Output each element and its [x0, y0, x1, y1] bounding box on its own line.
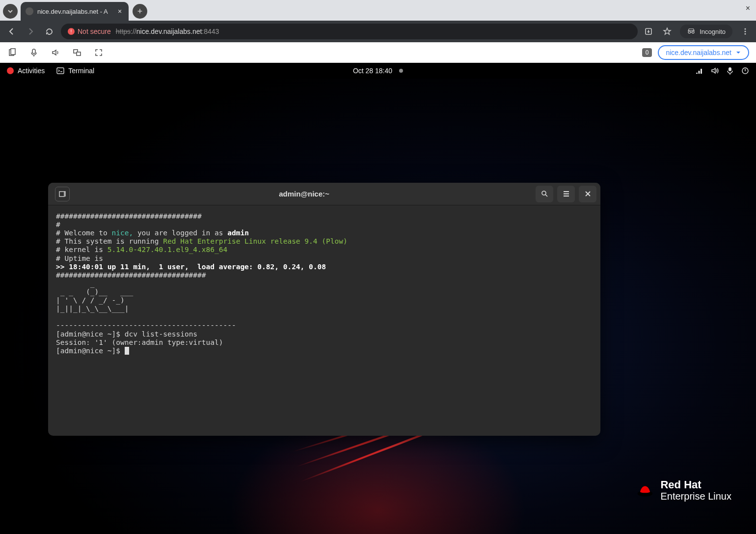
redhat-line2: Enterprise Linux [660, 491, 731, 502]
remote-desktop[interactable]: Activities Terminal Oct 28 18:40 [0, 63, 756, 534]
search-icon [541, 190, 548, 197]
svg-point-3 [745, 33, 746, 35]
gnome-top-bar: Activities Terminal Oct 28 18:40 [0, 63, 756, 79]
dcv-clipboard-icon[interactable] [7, 48, 18, 57]
app-name: Terminal [68, 67, 94, 75]
tab-title: nice.dev.naijalabs.net - A [37, 8, 112, 15]
svg-point-2 [745, 31, 746, 32]
system-status-area[interactable] [695, 67, 749, 75]
dcv-host-label: nice.dev.naijalabs.net [666, 49, 731, 56]
app-menu[interactable]: Terminal [56, 67, 94, 75]
redhat-hat-icon [637, 482, 653, 499]
svg-point-13 [542, 191, 546, 195]
browser-tab[interactable]: nice.dev.naijalabs.net - A × [21, 2, 129, 21]
notification-dot-icon [399, 69, 403, 73]
back-button[interactable] [5, 25, 19, 38]
clock-text: Oct 28 18:40 [353, 67, 392, 75]
install-icon[interactable] [643, 27, 654, 36]
power-icon [741, 67, 749, 75]
cursor [125, 347, 129, 355]
toolbar-right: Incognito [643, 25, 751, 38]
clock-button[interactable]: Oct 28 18:40 [353, 67, 403, 75]
svg-rect-6 [32, 49, 35, 54]
mic-status-icon [727, 67, 733, 75]
dcv-toolbar: 0 nice.dev.naijalabs.net [0, 42, 756, 63]
redhat-line1: Red Hat [660, 478, 731, 491]
close-icon [585, 191, 591, 197]
chevron-down-icon [7, 8, 13, 14]
arrow-right-icon [26, 27, 35, 36]
tab-search-button[interactable] [3, 4, 18, 19]
dcv-fullscreen-icon[interactable] [93, 48, 104, 57]
dcv-speaker-icon[interactable] [50, 48, 61, 57]
kebab-icon [741, 28, 749, 35]
url-input[interactable]: ! Not secure https://nice.dev.naijalabs.… [61, 24, 638, 39]
reload-icon [45, 28, 54, 36]
url-text: https://nice.dev.naijalabs.net:8443 [116, 28, 219, 35]
address-bar: ! Not secure https://nice.dev.naijalabs.… [0, 21, 756, 42]
tab-strip: nice.dev.naijalabs.net - A × + × [0, 0, 756, 21]
bookmark-icon[interactable] [661, 27, 673, 36]
new-tab-button[interactable]: + [133, 4, 147, 19]
window-close-button[interactable]: × [746, 4, 750, 13]
forward-button[interactable] [24, 25, 37, 38]
incognito-label: Incognito [700, 28, 726, 35]
dcv-mic-icon[interactable] [28, 48, 39, 57]
chevron-down-icon [735, 50, 741, 56]
svg-rect-12 [59, 192, 64, 197]
network-icon [695, 67, 703, 75]
activities-button[interactable]: Activities [7, 67, 45, 75]
terminal-close-button[interactable] [579, 186, 596, 202]
fedora-icon [7, 67, 14, 74]
terminal-icon [56, 67, 64, 75]
hamburger-icon [563, 190, 570, 197]
browser-menu-button[interactable] [739, 28, 751, 35]
svg-rect-8 [77, 52, 81, 56]
terminal-title: admin@nice:~ [73, 190, 536, 198]
redhat-logo: Red Hat Enterprise Linux [637, 478, 731, 502]
svg-rect-5 [11, 49, 15, 55]
dcv-notification-badge[interactable]: 0 [642, 48, 652, 57]
svg-point-1 [745, 28, 746, 30]
tab-favicon-icon [26, 7, 33, 15]
terminal-window[interactable]: admin@nice:~ ###########################… [48, 183, 600, 436]
activities-label: Activities [18, 67, 45, 75]
svg-rect-9 [57, 68, 64, 74]
dcv-display-icon[interactable] [72, 48, 82, 57]
terminal-new-tab-button[interactable] [55, 187, 70, 201]
security-indicator[interactable]: ! Not secure [68, 28, 111, 35]
reload-button[interactable] [42, 25, 56, 38]
not-secure-icon: ! [68, 28, 75, 35]
arrow-left-icon [7, 27, 16, 36]
incognito-icon [687, 27, 696, 36]
terminal-content[interactable]: ################################## # # W… [48, 205, 600, 436]
terminal-titlebar[interactable]: admin@nice:~ [48, 183, 600, 205]
new-tab-icon [58, 190, 66, 198]
browser-chrome: nice.dev.naijalabs.net - A × + × ! Not s… [0, 0, 756, 63]
not-secure-label: Not secure [78, 28, 111, 35]
svg-rect-10 [729, 67, 731, 71]
volume-icon [711, 67, 719, 75]
dcv-host-dropdown[interactable]: nice.dev.naijalabs.net [658, 45, 749, 60]
terminal-search-button[interactable] [536, 186, 553, 202]
terminal-menu-button[interactable] [557, 186, 575, 202]
tab-close-button[interactable]: × [116, 7, 124, 15]
incognito-chip[interactable]: Incognito [680, 25, 732, 38]
